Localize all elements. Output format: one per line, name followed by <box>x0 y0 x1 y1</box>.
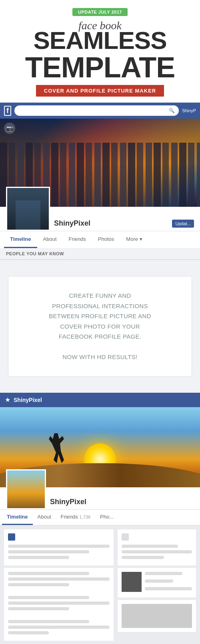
fb-user-nav: ShinyP <box>182 108 196 113</box>
profile-picture-1 <box>6 187 50 231</box>
placeholder-line-12 <box>8 631 49 634</box>
placeholder-line-5 <box>8 577 110 581</box>
fb-page-bar: ★ ShinyPixel <box>0 393 200 407</box>
content-right-column <box>118 529 196 641</box>
placeholder-line-3 <box>8 556 69 559</box>
jumping-person-silhouette <box>48 431 68 463</box>
placeholder-line-r6 <box>145 587 192 590</box>
fb-page-name: ShinyPixel <box>14 397 195 403</box>
description-box: CREATE FUNNY AND PROFESSIONAL INTERACTIO… <box>8 276 192 377</box>
facebook-mockup-2: ★ ShinyPixel ShinyPixel Timeline About F… <box>0 393 200 644</box>
fb-tabs-1: Timeline About Friends Photos More ▾ <box>0 231 200 248</box>
camera-icon[interactable]: 📷 <box>4 123 15 134</box>
section-gap-1 <box>0 260 200 266</box>
profile-pic-image <box>7 188 49 230</box>
placeholder-line-10 <box>8 620 89 623</box>
placeholder-line-r3 <box>122 556 164 559</box>
people-you-may-know-bar: PEOPLE YOU MAY KNOW <box>0 248 200 260</box>
profile-pic-2-image <box>7 470 45 508</box>
tab-about-1[interactable]: About <box>37 231 63 248</box>
friends-count: 1,738 <box>79 515 90 519</box>
search-icon: 🔍 <box>169 108 175 113</box>
placeholder-line-r2 <box>122 550 192 553</box>
placeholder-text-block <box>145 572 192 593</box>
subtitle-bar: COVER AND PROFILE PICTURE MAKER <box>36 85 164 97</box>
placeholder-line-4 <box>8 572 89 575</box>
tab-photos-2[interactable]: Pho... <box>95 510 118 525</box>
profile-name-1: ShinyPixel <box>54 219 90 231</box>
placeholder-icon-blue-1 <box>8 533 15 541</box>
placeholder-line-r5 <box>145 579 173 583</box>
update-info-button[interactable]: Updat... <box>172 220 194 228</box>
template-text: TEMPLATE <box>8 53 192 82</box>
profile-picture-2 <box>6 469 46 509</box>
tab-photos-1[interactable]: Photos <box>92 231 120 248</box>
header-section: UPDATE JULY 2017 face book SEAMLESS TEMP… <box>0 0 200 103</box>
placeholder-line-1 <box>8 545 110 548</box>
description-text: CREATE FUNNY AND PROFESSIONAL INTERACTIO… <box>20 291 180 362</box>
placeholder-line-11 <box>8 626 110 629</box>
description-section: CREATE FUNNY AND PROFESSIONAL INTERACTIO… <box>0 266 200 387</box>
person-shape <box>48 433 64 463</box>
fb-logo-icon: f <box>4 106 11 116</box>
content-card-right-2 <box>118 568 196 598</box>
tab-friends-1[interactable]: Friends <box>63 231 92 248</box>
placeholder-icon-gray-1 <box>122 533 129 541</box>
tab-about-2[interactable]: About <box>33 510 56 525</box>
placeholder-line-r4 <box>145 572 182 575</box>
profile-area-2: ShinyPixel <box>0 487 200 509</box>
update-badge: UPDATE JULY 2017 <box>72 8 128 16</box>
placeholder-line-9 <box>8 607 69 610</box>
placeholder-line-6 <box>8 583 69 586</box>
content-grid <box>0 525 200 644</box>
fb-tabs-2: Timeline About Friends 1,738 Pho... <box>0 509 200 525</box>
brand-title: face book SEAMLESS TEMPLATE <box>8 20 192 82</box>
content-card-left-1 <box>4 529 114 565</box>
placeholder-line-2 <box>8 550 89 553</box>
fb-search-bar[interactable]: 🔍 <box>14 105 179 116</box>
placeholder-thumbnail <box>122 572 142 592</box>
facebook-mockup-1: f 🔍 ShinyP 📷 ShinyPixel Updat... Timelin… <box>0 103 200 260</box>
placeholder-line-r1 <box>122 545 178 548</box>
star-icon: ★ <box>5 396 10 404</box>
placeholder-line-8 <box>8 602 110 605</box>
profile-pic-container <box>6 187 50 231</box>
content-left-column <box>4 529 114 641</box>
placeholder-image <box>122 604 192 628</box>
seamless-text: SEAMLESS <box>8 28 192 53</box>
content-card-right-3 <box>118 600 196 632</box>
profile-area-1: ShinyPixel Updat... <box>0 207 200 231</box>
tab-timeline-1[interactable]: Timeline <box>4 231 37 248</box>
content-card-right-1 <box>118 529 196 565</box>
placeholder-line-7 <box>8 596 89 599</box>
content-card-left-2 <box>4 568 114 641</box>
fb-nav-bar-1: f 🔍 ShinyP <box>0 103 200 119</box>
profile-name-2: ShinyPixel <box>50 498 86 509</box>
tab-more-1[interactable]: More ▾ <box>120 231 148 248</box>
tab-timeline-2[interactable]: Timeline <box>2 510 33 525</box>
tab-friends-2[interactable]: Friends 1,738 <box>56 510 96 525</box>
section-gap-2 <box>0 387 200 393</box>
